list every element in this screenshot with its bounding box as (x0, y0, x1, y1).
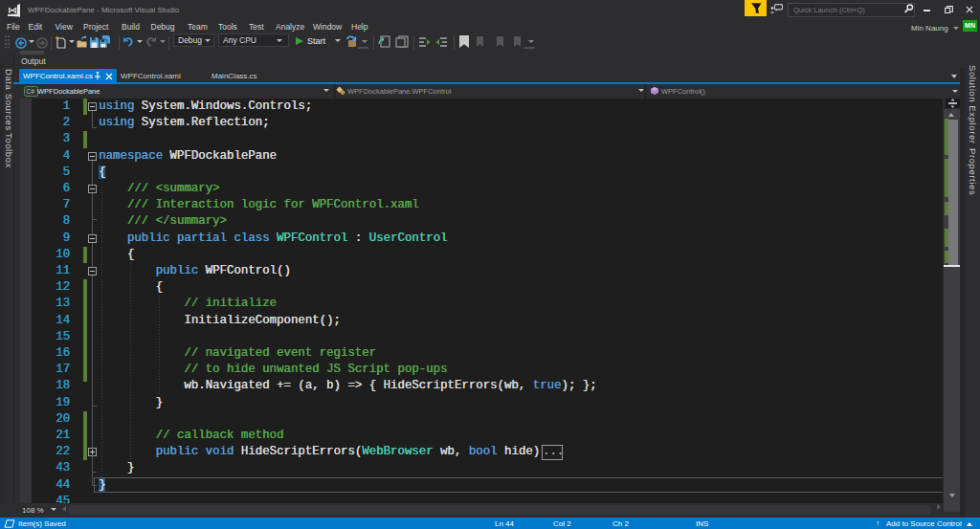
svg-text:C#: C# (26, 88, 34, 95)
